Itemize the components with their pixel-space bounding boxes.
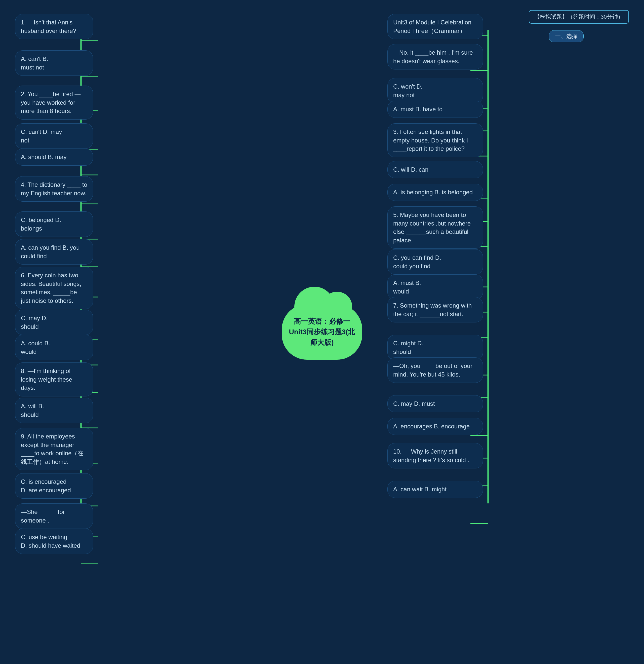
top-right-box: 【模拟试题】（答题时间：30分钟）: [529, 10, 629, 24]
left-card-l14: 9. All the employees except the manager …: [15, 428, 93, 470]
left-card-l13: A. will B. should: [15, 398, 93, 423]
right-card-r1: Unit3 of Module I Celebration Period Thr…: [387, 14, 483, 39]
left-card-l10: C. may D. should: [15, 310, 93, 335]
left-card-l1: 1. —Isn't that Ann's husband over there?: [15, 14, 93, 39]
left-card-l12: 8. —I'm thinking of losing weight these …: [15, 362, 93, 396]
left-card-l11: A. could B. would: [15, 335, 93, 360]
left-card-l4: C. can't D. may not: [15, 123, 93, 149]
left-card-l17: C. use be waiting D. should have waited: [15, 528, 93, 554]
yi-select-badge: 一、选择: [549, 30, 584, 42]
left-card-l6: 4. The dictionary ____ to my English tea…: [15, 176, 93, 202]
cloud-text: 高一英语：必修一Unit3同步练习题3(北师大版): [282, 316, 362, 348]
top-right-label: 【模拟试题】（答题时间：30分钟）: [534, 14, 623, 20]
left-card-l3: 2. You ____be tired —you have worked for…: [15, 86, 93, 120]
right-card-r8: 5. Maybe you have been to many countries…: [387, 206, 483, 249]
cloud-center: 高一英语：必修一Unit3同步练习题3(北师大版): [279, 299, 365, 365]
right-card-r7: A. is belonging B. is belonged: [387, 184, 483, 201]
left-card-l9: 6. Every coin has two sides. Beautiful s…: [15, 267, 93, 309]
right-card-r16: 10. — Why is Jenny still standing there？…: [387, 443, 483, 469]
left-card-l7: C. belonged D. belongs: [15, 211, 93, 237]
right-card-r13: —Oh, you ____be out of your mind. You're…: [387, 357, 483, 383]
right-card-r15: A. encourages B. encourage: [387, 418, 483, 435]
left-card-l15: C. is encouraged D. are encouraged: [15, 473, 93, 499]
right-card-r6: C. will D. can: [387, 161, 483, 178]
right-card-r17: A. can wait B. might: [387, 481, 483, 498]
yi-select-label: 一、选择: [555, 33, 577, 39]
left-card-l8: A. can you find B. you could find: [15, 239, 93, 265]
right-card-r14: C. may D. must: [387, 395, 483, 412]
left-card-l16: —She _____ for someone .: [15, 503, 93, 529]
right-card-r5: 3. I often see lights in that empty hous…: [387, 123, 483, 157]
right-card-r12: C. might D. should: [387, 335, 483, 360]
cloud-shape: 高一英语：必修一Unit3同步练习题3(北师大版): [282, 304, 362, 360]
right-card-r2: —No, it ____be him . I'm sure he doesn't…: [387, 44, 483, 69]
left-card-l2: A. can't B. must not: [15, 50, 93, 76]
right-card-r3: C. won't D. may not: [387, 78, 483, 103]
right-card-r10: A. must B. would: [387, 274, 483, 300]
right-card-r11: 7. Something was wrong with the car; it …: [387, 297, 483, 323]
left-card-l5: A. should B. may: [15, 148, 93, 166]
right-card-r4: A. must B. have to: [387, 101, 483, 118]
right-card-r9: C. you can find D. could you find: [387, 249, 483, 275]
